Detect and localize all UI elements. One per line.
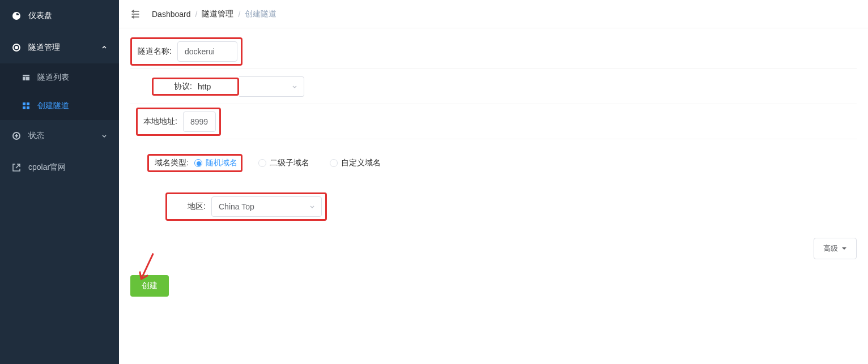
sidebar-item-tunnel-manage[interactable]: 隧道管理 [0,32,119,63]
caret-down-icon [841,246,847,251]
form-row-name: 隧道名称: [130,34,857,69]
sidebar: 仪表盘 隧道管理 隧道列表 创建隧道 状态 cpol [0,0,119,364]
sidebar-subitem-tunnel-list[interactable]: 隧道列表 [0,63,119,92]
svg-rect-6 [27,102,29,105]
form-row-address: 本地地址: [130,104,857,139]
create-button[interactable]: 创建 [130,275,169,297]
region-label: 地区: [171,202,211,212]
svg-rect-3 [23,77,25,80]
radio-label: 随机域名 [206,158,237,168]
highlight-box: 地区: China Top [165,192,327,221]
content: 隧道名称: 协议: http 本地地址: [119,28,868,308]
highlight-box: 协议: http [152,78,239,96]
breadcrumb: Dashboard / 隧道管理 / 创建隧道 [152,9,276,19]
table-icon [22,73,31,82]
radio-label: 自定义域名 [341,158,381,168]
advanced-button[interactable]: 高级 [814,238,857,259]
create-row: 创建 [130,265,857,297]
form-row-domain-type: 域名类型: 随机域名 二级子域名 自定义域名 [147,139,857,187]
radio-icon [330,159,338,167]
radio-custom-domain[interactable]: 自定义域名 [330,158,381,168]
address-input[interactable] [183,112,216,132]
sidebar-subitem-create-tunnel[interactable]: 创建隧道 [0,92,119,120]
hamburger-icon[interactable] [130,9,141,19]
chevron-down-icon [309,203,316,210]
highlight-box: 域名类型: 随机域名 [147,154,242,172]
radio-label: 二级子域名 [270,158,309,168]
svg-rect-8 [27,106,29,109]
tunnel-icon [11,42,22,53]
name-label: 隧道名称: [135,46,177,57]
status-icon [11,131,22,141]
radio-icon [194,159,202,167]
address-label: 本地地址: [141,117,183,127]
form-row-protocol: 协议: http [130,69,857,104]
topbar: Dashboard / 隧道管理 / 创建隧道 [119,0,868,28]
svg-rect-7 [23,106,25,109]
breadcrumb-separator: / [238,10,240,19]
radio-group-rest: 二级子域名 自定义域名 [258,158,381,168]
breadcrumb-separator: / [195,10,198,19]
breadcrumb-item[interactable]: 隧道管理 [202,9,233,19]
region-value: China Top [219,202,254,211]
highlight-box: 本地地址: [136,108,221,136]
radio-icon [258,159,266,167]
region-select[interactable]: China Top [211,196,322,217]
sidebar-subitem-label: 隧道列表 [37,72,69,83]
name-input[interactable] [177,41,237,62]
form-row-region: 地区: China Top [165,187,857,226]
sidebar-item-dashboard[interactable]: 仪表盘 [0,0,119,32]
domain-type-label: 域名类型: [152,158,194,168]
main: Dashboard / 隧道管理 / 创建隧道 隧道名称: 协议: http [119,0,868,364]
sidebar-item-label: cpolar官网 [28,162,66,173]
sidebar-item-label: 状态 [28,131,44,141]
breadcrumb-item[interactable]: Dashboard [152,10,191,19]
chevron-down-icon [291,83,298,90]
grid-icon [22,101,31,110]
sidebar-item-status[interactable]: 状态 [0,120,119,152]
advanced-label: 高级 [823,243,838,254]
dashboard-icon [11,11,22,21]
sidebar-item-label: 仪表盘 [28,11,52,21]
sidebar-item-cpolar-site[interactable]: cpolar官网 [0,152,119,183]
svg-rect-2 [23,75,29,76]
radio-subdomain[interactable]: 二级子域名 [258,158,309,168]
svg-point-1 [15,46,18,49]
protocol-select-rest[interactable] [239,76,304,97]
highlight-box: 隧道名称: [130,37,242,66]
breadcrumb-current: 创建隧道 [245,9,276,19]
svg-rect-5 [23,102,25,105]
external-link-icon [11,162,22,173]
protocol-value: http [198,82,234,91]
radio-random-domain[interactable]: 随机域名 [194,158,237,168]
chevron-down-icon [101,132,108,139]
advanced-row: 高级 [130,226,857,265]
sidebar-subitem-label: 创建隧道 [37,101,69,111]
protocol-label: 协议: [157,82,198,92]
svg-rect-4 [26,77,29,80]
sidebar-item-label: 隧道管理 [28,42,60,53]
chevron-up-icon [101,44,108,51]
